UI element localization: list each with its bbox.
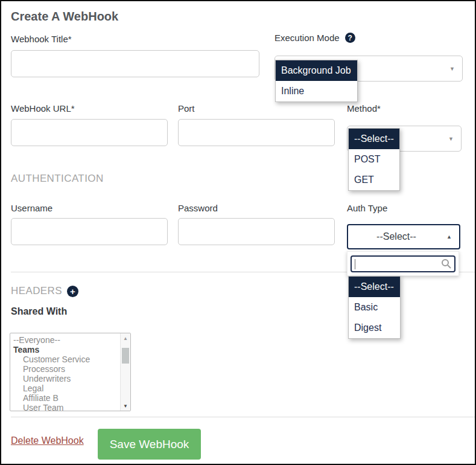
shared-with-listbox[interactable]: --Everyone-- Teams Customer Service Proc… xyxy=(10,333,131,411)
port-label: Port xyxy=(178,103,195,114)
list-item-everyone[interactable]: --Everyone-- xyxy=(10,335,120,345)
webhook-url-input[interactable] xyxy=(11,119,168,146)
option-inline[interactable]: Inline xyxy=(276,81,357,101)
list-item-legal[interactable]: Legal xyxy=(10,383,120,393)
execution-mode-dropdown: Background Job Inline xyxy=(275,60,358,102)
option-select-default[interactable]: --Select-- xyxy=(349,277,400,297)
help-icon[interactable]: ? xyxy=(345,33,355,43)
password-input[interactable] xyxy=(178,218,335,245)
webhook-title-input[interactable] xyxy=(11,50,259,77)
username-label: Username xyxy=(11,203,52,213)
option-get[interactable]: GET xyxy=(349,170,399,190)
text-cursor xyxy=(355,259,355,269)
password-label: Password xyxy=(178,203,218,213)
shared-with-label: Shared With xyxy=(11,306,67,317)
port-input[interactable] xyxy=(178,119,335,146)
method-dropdown: --Select-- POST GET xyxy=(348,128,400,191)
option-basic[interactable]: Basic xyxy=(349,297,400,318)
dropdown-search-input[interactable] xyxy=(351,255,455,272)
list-item-teams[interactable]: Teams xyxy=(10,345,120,354)
list-item-processors[interactable]: Processors xyxy=(10,364,120,374)
scrollbar[interactable]: ▲ ▼ xyxy=(120,333,130,411)
auth-type-label: Auth Type xyxy=(347,203,387,213)
webhook-title-label: Webhook Title* xyxy=(11,34,72,44)
auth-type-selected-value: --Select-- xyxy=(348,231,445,242)
option-post[interactable]: POST xyxy=(349,149,399,170)
headers-section-header: HEADERS xyxy=(11,285,62,297)
caret-down-icon: ▼ xyxy=(449,66,455,72)
save-webhook-button[interactable]: Save WebHook xyxy=(98,429,201,460)
page-title: Create A WebHook xyxy=(11,10,118,24)
auth-type-dropdown: --Select-- Basic Digest xyxy=(348,276,401,339)
create-webhook-panel: Create A WebHook Webhook Title* Executio… xyxy=(0,0,476,465)
option-select-default[interactable]: --Select-- xyxy=(349,129,399,149)
list-item-customer-service[interactable]: Customer Service xyxy=(10,354,120,364)
execution-mode-label: Execution Mode xyxy=(274,33,340,43)
list-item-user-team[interactable]: User Team xyxy=(10,403,120,411)
scrollbar-thumb[interactable] xyxy=(122,348,129,364)
method-label: Method* xyxy=(347,103,381,114)
scroll-down-button[interactable]: ▼ xyxy=(121,401,130,411)
caret-down-icon: ▼ xyxy=(448,136,454,142)
search-icon xyxy=(441,258,451,269)
add-header-button[interactable]: + xyxy=(67,286,78,297)
username-input[interactable] xyxy=(11,218,168,245)
auth-type-select[interactable]: --Select-- ▲ xyxy=(347,224,460,249)
option-digest[interactable]: Digest xyxy=(349,318,400,338)
footer-divider xyxy=(11,417,475,417)
authentication-section-header: AUTHENTICATION xyxy=(11,173,104,185)
list-item-underwriters[interactable]: Underwriters xyxy=(10,374,120,383)
webhook-url-label: WebHook URL* xyxy=(11,103,75,114)
option-background-job[interactable]: Background Job xyxy=(276,60,357,81)
shared-with-options: --Everyone-- Teams Customer Service Proc… xyxy=(10,335,120,411)
list-item-affiliate-b[interactable]: Affiliate B xyxy=(10,393,120,403)
scroll-up-button[interactable]: ▲ xyxy=(121,333,130,343)
delete-webhook-link[interactable]: Delete WebHook xyxy=(11,435,84,446)
auth-type-search-panel xyxy=(347,251,459,276)
caret-up-icon: ▲ xyxy=(446,234,452,240)
